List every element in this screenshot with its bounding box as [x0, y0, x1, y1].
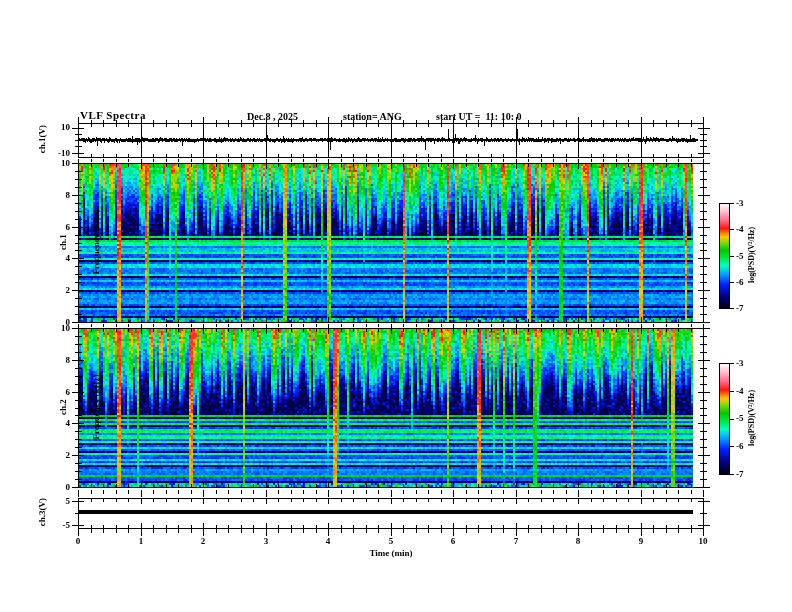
x-axis-title: Time (min) — [355, 548, 427, 558]
ch1-spectrogram-panel — [78, 163, 703, 322]
ch2-axis-unit-line: Frequency (kHz) — [91, 352, 102, 462]
x-tick-8: 8 — [563, 536, 593, 546]
ch1-voltage-axis-label: ch.1(V) — [37, 95, 47, 183]
ch3-waveform-panel — [78, 498, 703, 528]
ch1-frequency-axis-label: ch.1 Frequency (kHz) — [36, 187, 58, 297]
ch2-spectrogram-panel — [78, 328, 703, 487]
station-label: station= ANG — [343, 111, 402, 122]
x-tick-3: 3 — [251, 536, 281, 546]
ch2-freq-tick-10: 10 — [38, 323, 70, 333]
date-label: Dec.8 , 2025 — [247, 111, 298, 122]
ch1-colorbar — [719, 203, 730, 308]
page-title: VLF Spectra — [80, 109, 146, 121]
start-time-label: start UT = 11: 10: 0 — [436, 111, 522, 122]
x-tick-4: 4 — [313, 536, 343, 546]
cbar2-axis-label: log(PSD)(V²/Hz) — [747, 358, 757, 478]
x-tick-7: 7 — [501, 536, 531, 546]
ch1-axis-channel-line: ch.1 — [58, 187, 69, 297]
x-tick-2: 2 — [188, 536, 218, 546]
ch1-waveform-panel — [78, 123, 703, 157]
x-tick-1: 1 — [126, 536, 156, 546]
ch1-axis-unit-line: Frequency (kHz) — [91, 187, 102, 297]
cbar1-axis-label: log(PSD)(V²/Hz) — [747, 195, 757, 315]
ch3-voltage-axis-label: ch.3(V) — [37, 468, 47, 556]
x-tick-0: 0 — [63, 536, 93, 546]
x-tick-5: 5 — [376, 536, 406, 546]
x-tick-9: 9 — [626, 536, 656, 546]
ch2-frequency-axis-label: ch.2 Frequency (kHz) — [36, 352, 58, 462]
x-tick-10: 10 — [688, 536, 718, 546]
vlf-spectra-figure: VLF Spectra Dec.8 , 2025 station= ANG st… — [0, 0, 792, 612]
ch2-axis-channel-line: ch.2 — [58, 352, 69, 462]
x-tick-6: 6 — [438, 536, 468, 546]
ch2-colorbar — [719, 363, 730, 474]
